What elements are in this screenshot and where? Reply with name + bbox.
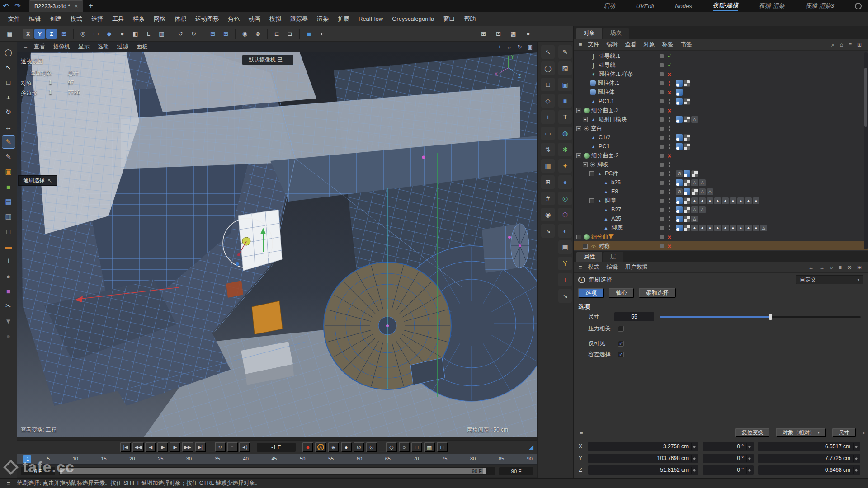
- ph-tag-icon[interactable]: [676, 80, 683, 87]
- viewport-menu-4[interactable]: 过滤: [113, 43, 132, 51]
- workplane-snap-button[interactable]: ⊟: [207, 28, 219, 40]
- time-button[interactable]: ⊙: [366, 442, 377, 452]
- tri-tag-icon[interactable]: [699, 225, 706, 231]
- rect-select-icon[interactable]: □: [541, 78, 555, 91]
- polygon-pen-button[interactable]: ◆: [103, 28, 115, 40]
- pressure-checkbox[interactable]: [618, 326, 624, 332]
- scale-field-Y[interactable]: 7.7725 cm: [758, 454, 860, 463]
- frame-tick-35[interactable]: 35: [215, 456, 220, 461]
- lock-z-axis-button[interactable]: Z: [46, 29, 57, 39]
- generator-icon[interactable]: ✱: [558, 143, 572, 156]
- autokey-button[interactable]: A: [315, 442, 326, 452]
- tex-tag-icon[interactable]: [691, 170, 698, 177]
- ring-button[interactable]: ⊚: [252, 28, 264, 40]
- viewport-menu-0[interactable]: 查看: [30, 43, 49, 51]
- array-tool[interactable]: ▤: [2, 195, 15, 208]
- enable-toggle[interactable]: [660, 145, 664, 149]
- menu-item-11[interactable]: 动画: [244, 15, 265, 23]
- enable-toggle[interactable]: [660, 108, 664, 113]
- tri-tag-icon[interactable]: [714, 197, 721, 204]
- sculpt-icon[interactable]: ▨: [558, 61, 572, 75]
- object-tree-row[interactable]: 喷射口模块: [574, 115, 868, 124]
- frame-tick-5[interactable]: 5: [47, 456, 50, 461]
- redo-icon[interactable]: ↷: [12, 2, 24, 10]
- visibility-state-icon[interactable]: [666, 88, 673, 96]
- attr-tab-1[interactable]: 层: [603, 252, 623, 262]
- list-icon[interactable]: ≡: [839, 264, 842, 271]
- enable-toggle[interactable]: [660, 181, 664, 185]
- tex-tag-icon[interactable]: [684, 134, 690, 141]
- object-name[interactable]: 喷射口模块: [599, 116, 627, 123]
- next-frame-button[interactable]: ▶: [170, 442, 180, 452]
- snap-magnet-button[interactable]: ⊓: [437, 442, 448, 452]
- enable-toggle[interactable]: [660, 154, 664, 158]
- search-icon[interactable]: ⌕: [831, 42, 835, 48]
- tab-1[interactable]: 场次: [603, 28, 629, 39]
- release-s-button[interactable]: ↻: [188, 28, 200, 40]
- stepper-icon[interactable]: [853, 467, 859, 474]
- object-name[interactable]: b25: [611, 179, 621, 186]
- frame-tick-30[interactable]: 30: [186, 456, 192, 461]
- grid-icon[interactable]: ▦: [541, 159, 555, 173]
- menu-item-10[interactable]: 角色: [223, 15, 244, 23]
- poly-select-icon[interactable]: ◇: [541, 94, 555, 108]
- layout-tab-0[interactable]: 启动: [604, 2, 615, 10]
- make-editable-button[interactable]: ◎: [77, 28, 89, 40]
- object-name[interactable]: E8: [611, 188, 618, 195]
- ph-tag-icon[interactable]: [676, 225, 683, 231]
- enable-toggle[interactable]: [660, 199, 664, 203]
- visibility-state-icon[interactable]: [666, 79, 673, 87]
- pin-tool[interactable]: ⊥: [2, 255, 15, 267]
- layout-tab-1[interactable]: UVEdit: [636, 3, 654, 9]
- prev-frame-button[interactable]: ◀: [145, 442, 156, 452]
- text-icon[interactable]: T: [558, 110, 572, 124]
- home-icon[interactable]: ⌂: [840, 42, 843, 48]
- scale-tool[interactable]: ↔: [2, 121, 15, 133]
- trio-tag-icon[interactable]: [707, 188, 713, 195]
- tri-tag-icon[interactable]: [691, 197, 698, 204]
- tracks-button[interactable]: ≡: [227, 442, 238, 452]
- enable-toggle[interactable]: [660, 235, 664, 239]
- ph-tag-icon[interactable]: [676, 116, 683, 123]
- uv-tool[interactable]: ▣: [2, 165, 15, 178]
- object-relative-dropdown[interactable]: 对象（相对）▾: [776, 428, 826, 437]
- tex-tag-icon[interactable]: [684, 98, 690, 105]
- stepper-icon[interactable]: [853, 455, 859, 462]
- tree-scrollbar[interactable]: [864, 52, 868, 249]
- object-tree-row[interactable]: 细分曲面.3: [574, 106, 868, 115]
- scale-key-button[interactable]: ○: [399, 442, 410, 452]
- object-tree-row[interactable]: 细分曲面.2: [574, 151, 868, 160]
- enable-toggle[interactable]: [660, 63, 664, 67]
- menu-item-17[interactable]: Greyscalegorilla: [387, 15, 439, 22]
- lock-y-axis-button[interactable]: Y: [34, 29, 45, 39]
- next-key-button[interactable]: ▶▶: [182, 442, 193, 452]
- visibility-state-icon[interactable]: [666, 242, 673, 250]
- back-icon[interactable]: ←: [808, 264, 814, 271]
- visibility-state-icon[interactable]: [666, 97, 673, 105]
- playhead[interactable]: -1: [23, 455, 31, 463]
- object-name[interactable]: C1/2: [599, 134, 610, 141]
- scale-field-Z[interactable]: 0.6468 cm: [758, 465, 860, 475]
- object-name[interactable]: 空白: [591, 125, 602, 132]
- xpresso-icon[interactable]: Y: [558, 257, 572, 270]
- sound-button[interactable]: ◄): [239, 442, 250, 452]
- zoom-tool[interactable]: ◯: [2, 46, 15, 59]
- expander-icon[interactable]: [576, 235, 581, 239]
- add-key-button[interactable]: ⊕: [328, 442, 339, 452]
- attributes-burger-icon[interactable]: ≡: [576, 264, 585, 271]
- attributes-menu-2[interactable]: 用户数据: [622, 263, 651, 271]
- trio-tag-icon[interactable]: [691, 116, 698, 123]
- stepper-icon[interactable]: [853, 443, 859, 450]
- marquee-icon[interactable]: ▭: [541, 127, 555, 140]
- position-field-Y[interactable]: 103.7698 cm: [588, 454, 698, 463]
- frame-tick-60[interactable]: 60: [357, 456, 362, 461]
- render-view-button[interactable]: ⊞: [477, 28, 490, 40]
- object-name[interactable]: 脚掌: [605, 197, 616, 205]
- tolerant-select-checkbox[interactable]: [618, 352, 624, 357]
- expander-icon[interactable]: [589, 198, 594, 203]
- tri-tag-icon[interactable]: [753, 197, 760, 204]
- position-field-X[interactable]: 3.2758 cm: [588, 442, 698, 451]
- divider[interactable]: [171, 29, 171, 39]
- ph-tag-icon[interactable]: [684, 188, 690, 195]
- objects-menu-1[interactable]: 编辑: [603, 41, 622, 48]
